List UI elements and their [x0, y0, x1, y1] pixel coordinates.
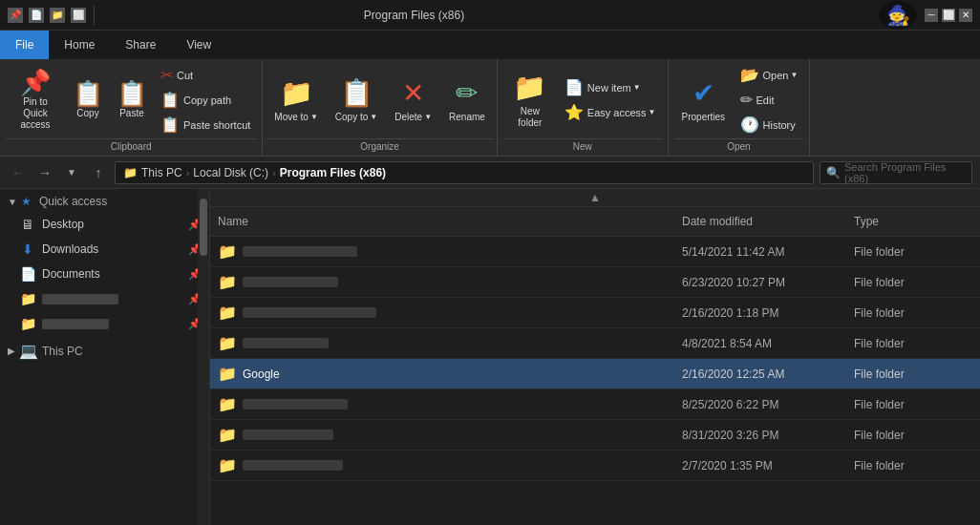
sidebar-item-desktop[interactable]: 🖥 Desktop 📌 — [0, 212, 209, 237]
copy-to-button[interactable]: 📋 Copy to▼ — [328, 74, 385, 126]
sidebar-scroll-thumb — [200, 199, 207, 256]
ribbon-group-open: ✔ Properties 📂 Open▼ ✏ Edit 🕐 History — [669, 59, 811, 156]
pin-to-quick-access-button[interactable]: 📌 Pin to Quick access — [6, 66, 65, 135]
col-header-type[interactable]: Type — [846, 211, 980, 232]
move-to-icon: 📁 — [280, 77, 313, 109]
ribbon-group-new: 📁 New folder 📄 New item▼ ⭐ Easy access▼ — [498, 59, 669, 156]
up-button[interactable]: ↑ — [88, 162, 109, 183]
col-header-date[interactable]: Date modified — [674, 211, 846, 232]
rename-button[interactable]: ✏ Rename — [441, 74, 493, 126]
properties-button[interactable]: ✔ Properties — [674, 74, 733, 127]
breadcrumb-program-files[interactable]: Program Files (x86) — [280, 166, 386, 179]
pin-button-label: Pin to Quick access — [11, 96, 59, 131]
cut-button[interactable]: ✂ Cut — [155, 63, 256, 87]
minimize-btn[interactable]: ─ — [925, 9, 938, 22]
file-row[interactable]: 📁 2/16/2020 1:18 PM File folder — [210, 298, 980, 328]
file-list-up-arrow: ▲ — [210, 189, 980, 207]
sidebar-section-quick-access[interactable]: ▼ ★ Quick access — [0, 189, 209, 212]
history-button[interactable]: 🕐 History — [735, 113, 804, 136]
downloads-icon: ⬇ — [19, 242, 36, 257]
close-btn[interactable]: ✕ — [959, 9, 972, 22]
sidebar-item-blurred-2[interactable]: 📁 📌 — [0, 311, 209, 336]
cell-name-5: 📁 — [210, 391, 674, 417]
open-buttons: ✔ Properties 📂 Open▼ ✏ Edit 🕐 History — [674, 63, 804, 136]
search-box[interactable]: 🔍 Search Program Files (x86) — [820, 161, 972, 184]
col-header-name[interactable]: Name — [210, 211, 674, 232]
cell-type-1: File folder — [846, 272, 980, 293]
document-icon[interactable]: 📄 — [29, 8, 44, 23]
breadcrumb-this-pc[interactable]: This PC — [141, 166, 182, 179]
clipboard-small-buttons: ✂ Cut 📋 Copy path 📋 Paste shortcut — [155, 63, 256, 136]
cell-date-4: 2/16/2020 12:25 AM — [674, 364, 846, 385]
restore-btn[interactable]: ⬜ — [942, 9, 955, 22]
tab-file[interactable]: File — [0, 31, 49, 59]
copy-button[interactable]: 📋 Copy — [67, 77, 109, 122]
sidebar-item-blurred-1[interactable]: 📁 📌 — [0, 286, 209, 311]
quick-access-star-icon: ★ — [21, 195, 32, 208]
blurred-file-name-3 — [243, 338, 329, 348]
cell-type-0: File folder — [846, 242, 980, 262]
open-button[interactable]: 📂 Open▼ — [735, 63, 804, 87]
sidebar-item-downloads[interactable]: ⬇ Downloads 📌 — [0, 237, 209, 262]
maximize-icon[interactable]: ⬜ — [71, 8, 86, 23]
window-controls: ─ ⬜ ✕ — [925, 9, 972, 22]
paste-button[interactable]: 📋 Paste — [111, 77, 153, 122]
google-folder-label: Google — [243, 368, 280, 381]
paste-icon: 📋 — [117, 81, 147, 106]
easy-access-icon: ⭐ — [565, 103, 584, 121]
blurred-file-name-6 — [243, 430, 333, 440]
history-label: History — [763, 119, 796, 131]
sidebar-scrollbar[interactable] — [198, 189, 209, 525]
copy-path-icon: 📋 — [160, 91, 180, 109]
copy-path-button[interactable]: 📋 Copy path — [155, 88, 256, 112]
file-row[interactable]: 📁 8/25/2020 6:22 PM File folder — [210, 389, 980, 420]
easy-access-button[interactable]: ⭐ Easy access▼ — [559, 100, 662, 124]
new-folder-button[interactable]: 📁 New folder — [503, 68, 557, 133]
move-to-button[interactable]: 📁 Move to▼ — [266, 74, 326, 126]
new-label: New — [503, 138, 662, 154]
open-label: Open▼ — [763, 70, 799, 81]
copy-to-label: Copy to▼ — [335, 112, 377, 122]
breadcrumb-local-disk[interactable]: Local Disk (C:) — [193, 166, 268, 179]
delete-button[interactable]: ✕ Delete▼ — [387, 74, 439, 126]
sidebar-item-documents[interactable]: 📄 Documents 📌 — [0, 262, 209, 286]
file-row[interactable]: 📁 8/31/2020 3:26 PM File folder — [210, 420, 980, 451]
pin-icon[interactable]: 📌 — [8, 8, 23, 23]
tab-view[interactable]: View — [171, 31, 226, 59]
sidebar-item-this-pc[interactable]: ▶ 💻 This PC — [0, 336, 209, 364]
open-label: Open — [674, 138, 804, 154]
tab-share[interactable]: Share — [110, 31, 171, 59]
file-row[interactable]: 📁 2/7/2020 1:35 PM File folder — [210, 451, 980, 481]
tab-home[interactable]: Home — [49, 31, 110, 59]
new-buttons: 📁 New folder 📄 New item▼ ⭐ Easy access▼ — [503, 63, 662, 136]
paste-shortcut-label: Paste shortcut — [183, 119, 250, 131]
new-item-icon: 📄 — [565, 78, 584, 96]
quick-access-label: Quick access — [39, 195, 107, 208]
back-button[interactable]: ← — [8, 162, 29, 183]
edit-button[interactable]: ✏ Edit — [735, 88, 804, 112]
blurred-file-name-2 — [243, 307, 376, 318]
title-bar: 📌 📄 📁 ⬜ Program Files (x86) 🧙 ─ ⬜ ✕ — [0, 0, 980, 31]
blurred-label-1 — [42, 294, 118, 304]
window-title: Program Files (x86) — [102, 9, 726, 22]
folder-icon[interactable]: 📁 — [50, 8, 65, 23]
folder-icon-3: 📁 — [218, 334, 237, 352]
file-row[interactable]: 📁 6/23/2020 10:27 PM File folder — [210, 267, 980, 298]
paste-shortcut-button[interactable]: 📋 Paste shortcut — [155, 113, 256, 136]
folder-icon-6: 📁 — [218, 426, 237, 444]
breadcrumb[interactable]: 📁 This PC › Local Disk (C:) › Program Fi… — [115, 161, 814, 184]
move-to-label: Move to▼ — [274, 112, 318, 122]
cell-date-2: 2/16/2020 1:18 PM — [674, 303, 846, 324]
this-pc-icon: 💻 — [19, 342, 38, 360]
file-row[interactable]: 📁 5/14/2021 11:42 AM File folder — [210, 237, 980, 267]
edit-label: Edit — [756, 94, 775, 106]
recent-locations-button[interactable]: ▼ — [61, 162, 82, 183]
file-list: ▲ Name Date modified Type 📁 5/14/2021 11… — [210, 189, 980, 525]
file-row-google[interactable]: 📁 Google 2/16/2020 12:25 AM File folder — [210, 359, 980, 389]
new-item-button[interactable]: 📄 New item▼ — [559, 75, 662, 99]
search-placeholder: Search Program Files (x86) — [844, 161, 966, 184]
file-row[interactable]: 📁 4/8/2021 8:54 AM File folder — [210, 328, 980, 359]
cut-icon: ✂ — [160, 66, 173, 84]
folder-icon-2: 📁 — [218, 304, 237, 322]
forward-button[interactable]: → — [34, 162, 55, 183]
